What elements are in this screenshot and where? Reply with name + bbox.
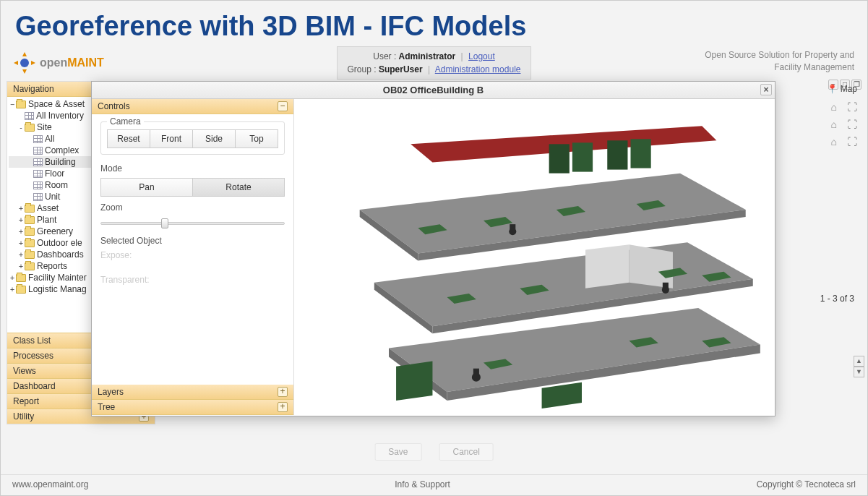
tagline: Open Source Solution for Property and Fa… xyxy=(705,49,854,74)
brand-logo: openMAINT xyxy=(14,52,104,74)
svg-rect-35 xyxy=(473,369,479,376)
pager-text: 1 - 3 of 3 xyxy=(820,294,854,304)
svg-marker-2 xyxy=(22,69,27,74)
map-pin-icon: 📍 xyxy=(827,84,838,94)
footer-info[interactable]: Info & Support xyxy=(395,479,450,489)
collapse-icon[interactable]: − xyxy=(278,101,288,111)
page-header: Georeference with 3D BIM - IFC Models xyxy=(1,1,867,49)
3d-viewer[interactable] xyxy=(294,99,775,415)
footer-url[interactable]: www.openmaint.org xyxy=(12,479,88,489)
home-icon[interactable]: ⌂ xyxy=(831,136,837,147)
svg-rect-11 xyxy=(607,140,627,169)
layers-panel-header[interactable]: Layers+ xyxy=(92,385,293,400)
transparent-label: Transparent: xyxy=(100,275,285,285)
close-icon[interactable]: × xyxy=(760,84,772,95)
scroll-up-icon[interactable]: ▲ xyxy=(854,356,864,367)
expand-icon[interactable]: + xyxy=(278,402,288,412)
expand-icon[interactable]: + xyxy=(278,387,288,397)
svg-marker-21 xyxy=(396,362,432,401)
page-title: Georeference with 3D BIM - IFC Models xyxy=(15,11,853,42)
hierarchy-icon[interactable]: ⛶ xyxy=(847,136,857,147)
admin-module-link[interactable]: Administration module xyxy=(435,64,521,74)
footer: www.openmaint.org Info & Support Copyrig… xyxy=(1,474,867,489)
camera-fieldset: Camera Reset Front Side Top xyxy=(100,121,285,155)
bim-model-icon xyxy=(294,99,775,415)
svg-marker-16 xyxy=(585,244,629,288)
hierarchy-icon[interactable]: ⛶ xyxy=(847,101,857,113)
camera-top-button[interactable]: Top xyxy=(236,129,278,148)
camera-front-button[interactable]: Front xyxy=(150,129,193,148)
slider-thumb-icon[interactable] xyxy=(161,218,168,228)
svg-marker-22 xyxy=(542,382,582,409)
controls-header: Controls − xyxy=(92,99,293,114)
save-button[interactable]: Save xyxy=(374,443,421,461)
home-icon[interactable]: ⌂ xyxy=(831,101,837,113)
svg-rect-39 xyxy=(510,224,515,231)
expose-label: Expose: xyxy=(100,250,285,260)
svg-marker-3 xyxy=(14,61,18,65)
footer-copyright: Copyright © Tecnoteca srl xyxy=(757,479,856,489)
hierarchy-icon[interactable]: ⛶ xyxy=(847,119,857,130)
svg-rect-12 xyxy=(631,139,651,168)
svg-rect-9 xyxy=(549,144,570,173)
svg-rect-10 xyxy=(572,142,593,171)
zoom-slider[interactable] xyxy=(100,217,285,230)
user-info: User : Administrator | Logout Group : Su… xyxy=(337,46,532,80)
mode-rotate-button[interactable]: Rotate xyxy=(193,178,285,197)
svg-rect-37 xyxy=(663,283,669,289)
camera-reset-button[interactable]: Reset xyxy=(107,129,150,148)
mode-pan-button[interactable]: Pan xyxy=(100,178,193,197)
logo-icon xyxy=(14,52,35,74)
modal-title: OB02 OfficeBuilding B xyxy=(383,85,484,95)
map-toggle[interactable]: 📍 Map xyxy=(827,84,857,94)
svg-marker-4 xyxy=(31,61,35,65)
logout-link[interactable]: Logout xyxy=(468,51,495,61)
row-actions: ⌂⛶ ⌂⛶ ⌂⛶ xyxy=(831,101,857,147)
home-icon[interactable]: ⌂ xyxy=(831,119,837,130)
form-actions: Save Cancel xyxy=(374,443,494,461)
cancel-button[interactable]: Cancel xyxy=(439,443,494,461)
scroll-buttons: ▲ ▼ xyxy=(854,356,864,377)
modal-title-bar: OB02 OfficeBuilding B × xyxy=(92,82,775,99)
brand-name: openMAINT xyxy=(40,56,104,69)
svg-point-0 xyxy=(20,59,29,67)
scroll-down-icon[interactable]: ▼ xyxy=(854,367,864,377)
svg-marker-1 xyxy=(22,52,27,56)
bim-viewer-window: OB02 OfficeBuilding B × Controls − Camer… xyxy=(91,81,775,416)
camera-side-button[interactable]: Side xyxy=(193,129,236,148)
tree-panel-header[interactable]: Tree+ xyxy=(92,400,293,415)
controls-panel: Controls − Camera Reset Front Side Top xyxy=(92,99,294,415)
svg-marker-17 xyxy=(629,244,672,288)
